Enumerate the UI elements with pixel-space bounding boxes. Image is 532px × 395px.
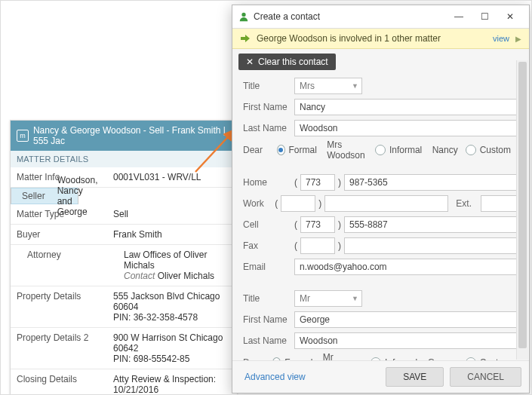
home-area-1[interactable]	[300, 174, 335, 191]
chevron-down-icon: ▼	[352, 295, 358, 302]
save-button[interactable]: SAVE	[386, 367, 444, 387]
row-attorney[interactable]: Attorney Law Offices of Oliver Michals C…	[11, 245, 237, 286]
matter-title: Nancy & George Woodson - Sell - Frank Sm…	[33, 125, 231, 146]
row-property-details[interactable]: Property Details 555 Jackson Blvd Chicag…	[11, 286, 237, 328]
dear-custom-1[interactable]: Custom	[466, 145, 511, 155]
fax-area-1[interactable]	[300, 237, 335, 254]
window-minimize-button[interactable]: —	[446, 10, 472, 23]
dialog-title: Create a contact	[254, 11, 320, 22]
chevron-down-icon: ▼	[352, 82, 358, 90]
scroll-thumb[interactable]	[518, 62, 527, 348]
home-num-1[interactable]	[344, 174, 518, 191]
create-contact-dialog: Create a contact — ☐ ✕ George Woodson is…	[232, 5, 530, 393]
info-banner: George Woodson is involved in 1 other ma…	[232, 29, 529, 49]
title-select-1[interactable]: Mrs▼	[294, 78, 362, 94]
svg-point-1	[241, 13, 245, 17]
banner-view-link[interactable]: view	[493, 34, 509, 43]
cancel-button[interactable]: CANCEL	[450, 367, 521, 387]
window-close-button[interactable]: ✕	[497, 10, 523, 23]
dear-formal-2[interactable]: Formal Mr Woodson	[272, 352, 363, 360]
dear-informal-1[interactable]: Informal Nancy	[375, 145, 458, 155]
fax-num-1[interactable]	[344, 237, 518, 254]
dialog-scrollbar[interactable]	[516, 60, 528, 360]
dialog-titlebar: Create a contact — ☐ ✕	[232, 5, 529, 29]
work-num-1[interactable]	[324, 195, 448, 212]
last-name-input-1[interactable]	[294, 120, 518, 136]
row-matter-type[interactable]: Matter Type Sell	[11, 204, 237, 225]
matter-panel: m Nancy & George Woodson - Sell - Frank …	[10, 120, 238, 395]
matter-section-header: MATTER DETAILS	[11, 151, 237, 167]
row-buyer[interactable]: Buyer Frank Smith	[11, 225, 237, 245]
title-select-2[interactable]: Mr▼	[294, 290, 362, 307]
matter-icon: m	[17, 130, 29, 142]
cell-area-1[interactable]	[300, 216, 335, 233]
work-ext-1[interactable]	[481, 195, 518, 212]
window-maximize-button[interactable]: ☐	[472, 10, 497, 23]
row-closing-details[interactable]: Closing Details Atty Review & Inspection…	[11, 369, 237, 395]
banner-text: George Woodson is involved in 1 other ma…	[257, 33, 441, 44]
clear-contact-button[interactable]: ✕ Clear this contact	[238, 54, 336, 70]
first-name-input-2[interactable]	[294, 311, 518, 328]
close-icon: ✕	[246, 57, 254, 67]
cell-num-1[interactable]	[344, 216, 518, 233]
matter-header: m Nancy & George Woodson - Sell - Frank …	[11, 121, 237, 151]
last-name-input-2[interactable]	[294, 332, 518, 349]
row-matter-info[interactable]: Matter Info 0001VL031 - WRV/LL	[11, 167, 237, 188]
contact-form: Title Mrs▼ First Name Last Name Dear For…	[232, 70, 529, 360]
advanced-view-link[interactable]: Advanced view	[244, 372, 306, 382]
contact-icon	[238, 11, 249, 22]
arrow-right-icon	[240, 34, 251, 43]
chevron-right-icon: ▶	[515, 35, 521, 43]
first-name-input-1[interactable]	[294, 99, 518, 115]
email-input-1[interactable]	[294, 259, 518, 275]
row-seller[interactable]: Seller Woodson, Nancy and George	[11, 188, 78, 204]
row-property-details-2[interactable]: Property Details 2 900 W Harrison St Chi…	[11, 328, 237, 369]
dialog-footer: Advanced view SAVE CANCEL	[232, 360, 529, 393]
dear-formal-1[interactable]: Formal Mrs Woodson	[277, 139, 367, 161]
work-area-1[interactable]	[281, 195, 315, 212]
